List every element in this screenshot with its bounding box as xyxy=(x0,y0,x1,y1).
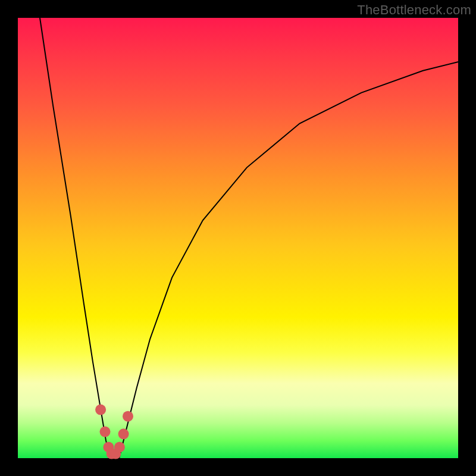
curve-svg xyxy=(18,18,458,458)
curve-right-branch xyxy=(119,62,458,458)
curve-left-branch xyxy=(40,18,110,458)
chart-area xyxy=(18,18,458,458)
highlight-dot xyxy=(123,411,133,422)
highlight-markers xyxy=(95,405,133,459)
highlight-dot xyxy=(95,405,106,415)
highlight-dot xyxy=(100,427,111,437)
highlight-dot xyxy=(118,428,129,439)
watermark-text: TheBottleneck.com xyxy=(357,2,471,18)
highlight-dot xyxy=(114,442,125,453)
